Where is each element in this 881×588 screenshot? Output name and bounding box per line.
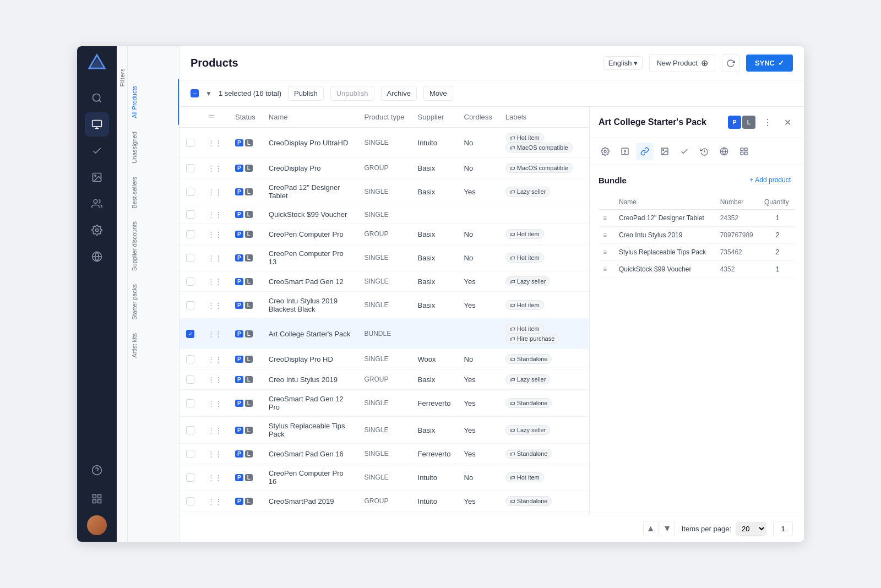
- bundle-drag-handle[interactable]: ≡: [603, 248, 607, 256]
- category-supplier-discounts[interactable]: Supplier discounts: [128, 215, 179, 277]
- row-checkbox[interactable]: [186, 164, 194, 172]
- bundle-drag-handle[interactable]: ≡: [603, 214, 607, 222]
- col-name-header: Name: [262, 107, 358, 128]
- row-checkbox[interactable]: [186, 230, 194, 238]
- table-row[interactable]: ⋮⋮ P L QuickStock $99 Voucher SINGLE: [180, 205, 589, 224]
- table-row[interactable]: ⋮⋮ P L CreoDisplay Pro HD SINGLE Woox No…: [180, 349, 589, 369]
- col-supplier-header: Supplier: [411, 107, 458, 128]
- unpublish-button[interactable]: Unpublish: [330, 86, 374, 101]
- tab-bundle[interactable]: [636, 143, 654, 160]
- publish-button[interactable]: Publish: [288, 86, 324, 101]
- new-product-button[interactable]: New Product ⊕: [649, 54, 715, 72]
- drag-handle[interactable]: ⋮⋮: [208, 497, 222, 505]
- bundle-drag-handle[interactable]: ≡: [603, 265, 607, 273]
- drag-handle[interactable]: ⋮⋮: [208, 473, 222, 482]
- sync-button[interactable]: SYNC ✓: [746, 55, 793, 72]
- row-checkbox[interactable]: [186, 497, 194, 505]
- row-checkbox[interactable]: [186, 277, 194, 286]
- select-all-checkbox[interactable]: [191, 89, 199, 97]
- category-starter-packs[interactable]: Starter packs: [128, 277, 179, 326]
- sidebar-item-settings[interactable]: [85, 218, 109, 242]
- drag-handle[interactable]: ⋮⋮: [208, 277, 222, 286]
- row-checkbox[interactable]: [186, 399, 194, 407]
- table-row[interactable]: ⋮⋮ P L Art College Starter's Pack BUNDLE…: [180, 319, 589, 349]
- drag-handle[interactable]: ⋮⋮: [208, 301, 222, 309]
- drag-handle[interactable]: ⋮⋮: [208, 330, 222, 338]
- category-bestsellers[interactable]: Best-sellers: [128, 170, 179, 215]
- row-checkbox[interactable]: [186, 450, 194, 458]
- row-checkbox[interactable]: [186, 355, 194, 363]
- row-checkbox[interactable]: [186, 426, 194, 434]
- tab-check[interactable]: [676, 143, 693, 160]
- sidebar-item-apps[interactable]: [85, 487, 109, 511]
- sidebar-item-images[interactable]: [85, 165, 109, 189]
- row-checkbox[interactable]: [186, 254, 194, 262]
- row-checkbox[interactable]: [186, 139, 194, 147]
- tab-image[interactable]: [656, 143, 673, 160]
- tab-globe[interactable]: [715, 143, 733, 160]
- table-row[interactable]: ⋮⋮ P L Creo Intu Stylus 2019 Blackest Bl…: [180, 292, 589, 319]
- panel-close-button[interactable]: ✕: [780, 115, 795, 130]
- user-avatar[interactable]: [87, 515, 107, 535]
- row-checkbox[interactable]: [186, 210, 194, 219]
- table-row[interactable]: ⋮⋮ P L CreoSmart Pad Gen 12 Pro SINGLE F…: [180, 390, 589, 417]
- table-row[interactable]: ⋮⋮ P L CreoPen Computer Pro GROUP Basix …: [180, 224, 589, 244]
- drag-handle[interactable]: ⋮⋮: [208, 450, 222, 458]
- drag-handle[interactable]: ⋮⋮: [208, 426, 222, 434]
- table-row[interactable]: ⋮⋮ P L CreoDisplay Pro UltraHD SINGLE In…: [180, 128, 589, 158]
- row-checkbox[interactable]: [186, 473, 194, 482]
- page-prev-button[interactable]: ▲: [643, 521, 659, 536]
- drag-handle[interactable]: ⋮⋮: [208, 230, 222, 238]
- panel-more-button[interactable]: ⋮: [760, 115, 775, 130]
- drag-handle[interactable]: ⋮⋮: [208, 164, 222, 172]
- page-next-button[interactable]: ▼: [660, 521, 675, 536]
- sidebar-item-products[interactable]: [85, 112, 109, 137]
- row-checkbox[interactable]: [186, 188, 194, 196]
- sidebar-item-help[interactable]: [85, 458, 109, 482]
- tab-history[interactable]: [695, 143, 713, 160]
- row-type-cell: SINGLE: [358, 417, 411, 444]
- bundle-drag-handle[interactable]: ≡: [603, 231, 607, 239]
- svg-point-5: [95, 175, 96, 177]
- drag-handle[interactable]: ⋮⋮: [208, 399, 222, 407]
- category-artist-kits[interactable]: Artist kits: [128, 326, 179, 364]
- page-input[interactable]: [773, 521, 793, 536]
- table-row[interactable]: ⋮⋮ P L CreoDisplay Pro GROUP Basix No Ma…: [180, 158, 589, 178]
- drag-handle[interactable]: ⋮⋮: [208, 210, 222, 219]
- tab-settings[interactable]: [596, 143, 614, 160]
- sidebar-item-globe[interactable]: [85, 244, 109, 269]
- drag-handle[interactable]: ⋮⋮: [208, 254, 222, 262]
- row-name-cell: CreoSmart Pad Gen 16: [262, 444, 358, 464]
- sidebar-item-search[interactable]: [85, 86, 109, 110]
- language-selector[interactable]: English ▾: [603, 56, 643, 70]
- table-row[interactable]: ⋮⋮ P L CreoSmartPad 2019 GROUP Intuito Y…: [180, 491, 589, 511]
- drag-handle[interactable]: ⋮⋮: [208, 139, 222, 147]
- sidebar-item-check[interactable]: [85, 139, 109, 163]
- tab-info[interactable]: [616, 143, 634, 160]
- add-product-button[interactable]: + Add product: [746, 174, 795, 186]
- refresh-button[interactable]: [722, 55, 739, 72]
- items-per-page-select[interactable]: 20 50 100: [736, 522, 766, 536]
- category-all-products[interactable]: All Products: [128, 79, 179, 125]
- chevron-down-icon[interactable]: ▼: [205, 90, 212, 97]
- archive-button[interactable]: Archive: [381, 86, 417, 101]
- table-row[interactable]: ⋮⋮ P L Stylus Replaceable Tips Pack SING…: [180, 417, 589, 444]
- row-checkbox[interactable]: [186, 301, 194, 309]
- table-row[interactable]: ⋮⋮ P L CreoPen Computer Pro 13 SINGLE Ba…: [180, 244, 589, 271]
- table-row[interactable]: ⋮⋮ P L CreoPen Computer Pro 16 SINGLE In…: [180, 464, 589, 491]
- category-unassigned[interactable]: Unassigned: [128, 125, 179, 170]
- table-row[interactable]: ⋮⋮ P L CreoPad 12" Designer Tablet SINGL…: [180, 178, 589, 205]
- drag-handle[interactable]: ⋮⋮: [208, 188, 222, 196]
- drag-handle[interactable]: ⋮⋮: [208, 355, 222, 363]
- table-row[interactable]: ⋮⋮ P L Creo Intu Stylus 2019 GROUP Basix…: [180, 369, 589, 390]
- move-button[interactable]: Move: [423, 86, 453, 101]
- table-row[interactable]: ⋮⋮ P L CreoSmart Pad Gen 12 SINGLE Basix…: [180, 271, 589, 292]
- row-checkbox[interactable]: [186, 375, 194, 384]
- page-title: Products: [191, 57, 603, 69]
- sidebar-item-users[interactable]: [85, 192, 109, 216]
- drag-handle[interactable]: ⋮⋮: [208, 375, 222, 384]
- row-name-cell: CreoPen Computer Pro 13: [262, 244, 358, 271]
- table-row[interactable]: ⋮⋮ P L CreoSmart Pad Gen 16 SINGLE Ferre…: [180, 444, 589, 464]
- tab-grid[interactable]: [735, 143, 753, 160]
- row-checkbox[interactable]: [186, 330, 194, 338]
